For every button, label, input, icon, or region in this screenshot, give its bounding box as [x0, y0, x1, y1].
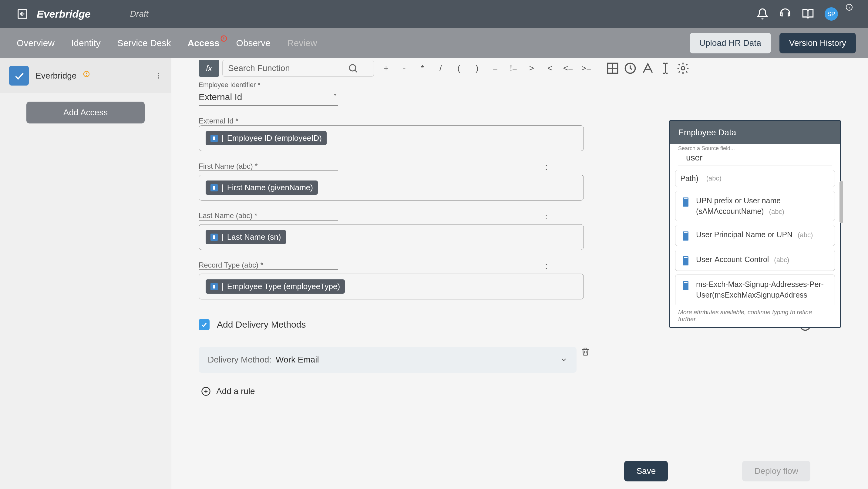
svg-rect-21 [213, 186, 215, 190]
svg-point-19 [681, 67, 685, 70]
kebab-menu-icon[interactable] [155, 72, 162, 80]
op-rparen[interactable]: ) [468, 60, 486, 77]
panel-footer: More attributes available, continue typi… [670, 306, 840, 327]
ext-id-chip[interactable]: | Employee ID (employeeID) [206, 131, 327, 145]
ext-id-label: External Id * [199, 117, 590, 125]
function-bar: fx Search Function + - * / ( ) = != > < … [199, 60, 744, 77]
gear-icon[interactable] [676, 62, 690, 75]
panel-item[interactable]: ms-Exch-Max-Signup-Addresses-Per-User(ms… [675, 275, 835, 305]
scrollbar-thumb[interactable] [839, 181, 843, 223]
search-icon [347, 63, 359, 74]
panel-item-type: (abc) [798, 231, 813, 239]
emp-id-dropdown[interactable]: External Id [199, 89, 338, 106]
last-name-chip[interactable]: | Last Name (sn) [206, 230, 286, 244]
bell-icon[interactable] [756, 8, 769, 20]
first-name-group: First Name (abc) * : | First Name (given… [199, 162, 590, 201]
save-button[interactable]: Save [624, 461, 668, 481]
clock-icon[interactable] [624, 62, 637, 75]
footer-buttons: Save Deploy flow [624, 461, 810, 481]
first-name-label-row: First Name (abc) * : [199, 162, 548, 172]
book-icon[interactable] [802, 8, 814, 20]
panel-item-type: (abc) [706, 174, 721, 183]
first-name-chip[interactable]: | First Name (givenName) [206, 181, 318, 195]
svg-rect-35 [684, 257, 687, 258]
tab-overview[interactable]: Overview [17, 36, 55, 50]
main-area: fx Search Function + - * / ( ) = != > < … [172, 58, 868, 489]
source-icon [211, 234, 218, 241]
cursor-icon[interactable] [659, 62, 672, 75]
table-icon[interactable] [606, 62, 619, 75]
panel-search-input[interactable]: user [678, 152, 832, 166]
status-label: Draft [130, 9, 149, 19]
delivery-left: Delivery Method: Work Email [208, 355, 319, 365]
panel-item-name: User-Account-Control [696, 255, 769, 264]
tab-identity[interactable]: Identity [71, 36, 101, 50]
panel-item[interactable]: User-Account-Control (abc) [675, 250, 835, 271]
info-icon[interactable] [845, 4, 853, 11]
record-type-chip[interactable]: | Employee Type (employeeType) [206, 279, 345, 294]
search-function-placeholder: Search Function [228, 63, 290, 73]
headset-icon[interactable] [779, 8, 791, 20]
chevron-down-icon[interactable] [560, 356, 567, 363]
nav-tabs: Overview Identity Service Desk Access Ob… [17, 36, 317, 50]
plus-circle-icon [201, 387, 211, 396]
avatar[interactable]: SP [825, 7, 838, 21]
tab-observe[interactable]: Observe [236, 36, 271, 50]
record-type-group: Record Type (abc) * : | Employee Type (e… [199, 261, 590, 299]
tab-review[interactable]: Review [287, 36, 317, 50]
op-lt[interactable]: < [541, 60, 559, 77]
panel-item[interactable]: Path) (abc) [675, 170, 835, 187]
chevron-down-icon [332, 92, 338, 98]
tab-access[interactable]: Access [187, 36, 219, 50]
header-left: Everbridge Draft [17, 8, 148, 20]
sidebar-app-item[interactable]: Everbridge [0, 58, 171, 93]
op-lparen[interactable]: ( [450, 60, 468, 77]
employee-data-panel: Employee Data Search a Source field... u… [669, 120, 841, 328]
operator-buttons: + - * / ( ) = != > < <= >= [377, 60, 595, 77]
form-area: Employee Identifier * External Id Extern… [199, 81, 590, 489]
nav-right: Upload HR Data Version History [690, 33, 856, 53]
last-name-input[interactable]: | Last Name (sn) [199, 224, 584, 250]
op-gte[interactable]: >= [577, 60, 595, 77]
emp-id-group: Employee Identifier * External Id [199, 81, 590, 106]
panel-header: Employee Data [670, 121, 840, 144]
record-type-input[interactable]: | Employee Type (employeeType) [199, 274, 584, 299]
emp-id-value: External Id [199, 92, 242, 102]
trash-icon[interactable] [581, 347, 590, 357]
search-function-input[interactable]: Search Function [222, 60, 374, 77]
op-minus[interactable]: - [395, 60, 413, 77]
op-neq[interactable]: != [504, 60, 523, 77]
delivery-method-box[interactable]: Delivery Method: Work Email [199, 347, 577, 373]
back-icon[interactable] [17, 8, 28, 20]
font-icon[interactable] [641, 62, 654, 75]
checkbox-icon[interactable] [199, 319, 210, 330]
panel-item[interactable]: UPN prefix or User name (sAMAccountName)… [675, 191, 835, 221]
svg-rect-22 [213, 235, 215, 239]
underline [199, 220, 338, 220]
upload-hr-button[interactable]: Upload HR Data [690, 33, 771, 53]
underline [199, 269, 338, 270]
fx-icon[interactable]: fx [199, 60, 219, 77]
first-name-label: First Name (abc) * [199, 162, 338, 171]
panel-item-type: (abc) [769, 208, 784, 215]
op-mult[interactable]: * [413, 60, 432, 77]
svg-line-14 [355, 70, 357, 72]
svg-point-6 [223, 39, 224, 40]
add-access-button[interactable]: Add Access [26, 102, 145, 123]
op-div[interactable]: / [432, 60, 450, 77]
op-eq[interactable]: = [486, 60, 504, 77]
add-delivery-row[interactable]: Add Delivery Methods [199, 319, 590, 330]
source-icon [680, 231, 691, 241]
source-icon [211, 283, 218, 290]
op-gt[interactable]: > [523, 60, 541, 77]
underline [199, 171, 338, 171]
add-rule-button[interactable]: Add a rule [201, 387, 590, 396]
tab-service-desk[interactable]: Service Desk [117, 36, 171, 50]
version-history-button[interactable]: Version History [779, 33, 856, 53]
op-lte[interactable]: <= [559, 60, 577, 77]
panel-search-label: Search a Source field... [670, 144, 840, 152]
first-name-input[interactable]: | First Name (givenName) [199, 175, 584, 201]
panel-item[interactable]: User Principal Name or UPN (abc) [675, 225, 835, 246]
ext-id-input[interactable]: | Employee ID (employeeID) [199, 125, 584, 151]
op-plus[interactable]: + [377, 60, 395, 77]
